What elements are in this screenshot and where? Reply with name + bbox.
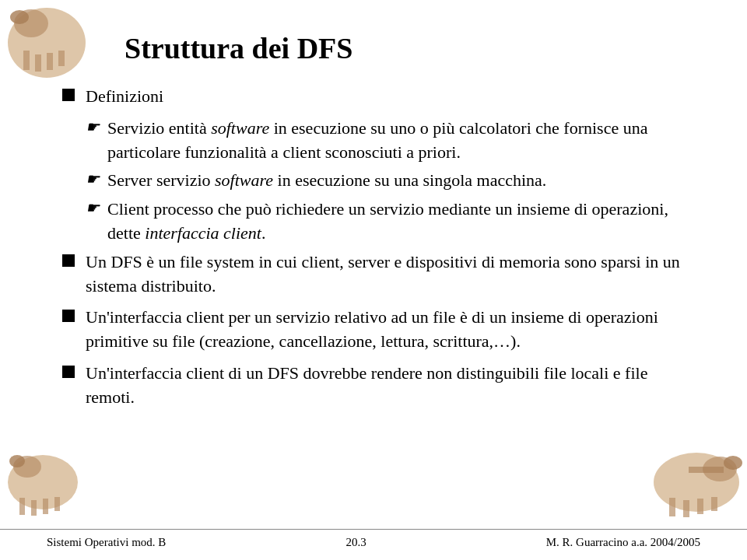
footer-left: Sistemi Operativi mod. B [47, 536, 166, 549]
sub-bullet-2: ☛ Server servizio software in esecuzione… [86, 169, 700, 193]
svg-rect-17 [669, 498, 675, 516]
footer-right: M. R. Guarracino a.a. 2004/2005 [546, 536, 700, 549]
bullet-text-1: Un DFS è un file system in cui client, s… [86, 250, 700, 299]
svg-rect-13 [54, 497, 60, 511]
sub-bullet-arrow-1: ☛ [86, 117, 100, 136]
sub-bullets-definizioni: ☛ Servizio entità software in esecuzione… [86, 117, 700, 246]
svg-rect-4 [35, 54, 41, 72]
svg-point-2 [10, 10, 29, 24]
main-bullet-definizioni: Definizioni [62, 85, 700, 109]
bullet-square-definizioni [62, 89, 75, 101]
bullet-square-3 [62, 366, 75, 378]
bullet-text-2: Un'interfaccia client per un servizio re… [86, 306, 700, 354]
dino-bottom-right-decoration [646, 447, 747, 521]
sub-bullet-1: ☛ Servizio entità software in esecuzione… [86, 117, 700, 165]
svg-rect-6 [58, 51, 65, 66]
sub-bullet-arrow-3: ☛ [86, 198, 100, 217]
svg-rect-5 [47, 53, 53, 70]
svg-rect-12 [43, 499, 48, 514]
sub-bullet-text-1: Servizio entità software in esecuzione s… [107, 117, 700, 165]
svg-point-16 [724, 456, 742, 470]
sub-bullet-3: ☛ Client processo che può richiedere un … [86, 198, 700, 246]
svg-rect-11 [31, 500, 37, 516]
sub-bullet-text-3: Client processo che può richiedere un se… [107, 198, 700, 246]
main-bullet-1: Un DFS è un file system in cui client, s… [62, 250, 700, 299]
dino-bottom-left-decoration [0, 447, 86, 521]
svg-rect-18 [683, 500, 689, 517]
svg-point-9 [9, 455, 25, 467]
slide-title: Struttura dei DFS [124, 31, 700, 65]
svg-rect-3 [23, 51, 30, 70]
svg-rect-21 [689, 467, 724, 473]
bullet-square-2 [62, 310, 75, 322]
content-area: Definizioni ☛ Servizio entità software i… [62, 85, 700, 410]
main-bullet-3: Un'interfaccia client di un DFS dovrebbe… [62, 362, 700, 410]
footer-center: 20.3 [345, 536, 366, 549]
dino-top-left-decoration [0, 0, 93, 89]
bullet-square-1 [62, 254, 75, 267]
definizioni-label: Definizioni [86, 85, 700, 109]
main-bullet-2: Un'interfaccia client per un servizio re… [62, 306, 700, 354]
svg-rect-19 [697, 499, 703, 514]
svg-rect-10 [19, 498, 25, 515]
sub-bullet-text-2: Server servizio software in esecuzione s… [107, 169, 700, 193]
footer: Sistemi Operativi mod. B 20.3 M. R. Guar… [0, 529, 747, 549]
svg-rect-20 [711, 497, 717, 511]
slide-container: Struttura dei DFS Definizioni ☛ Servizio… [0, 0, 747, 560]
sub-bullet-arrow-2: ☛ [86, 170, 100, 188]
bullet-text-3: Un'interfaccia client di un DFS dovrebbe… [86, 362, 700, 410]
